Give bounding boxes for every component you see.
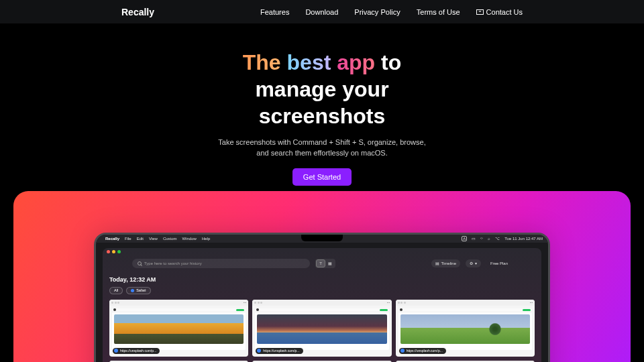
window-titlebar — [103, 248, 541, 256]
section-title: Today, 12:32 AM — [109, 276, 535, 283]
menubar-file: File — [125, 237, 131, 241]
search-input[interactable]: Type here to search your history — [132, 259, 310, 268]
control-center-icon: ⌥ — [495, 236, 500, 241]
battery-icon: ▭ — [472, 236, 476, 241]
wifi-icon: ⌔ — [480, 237, 483, 241]
nav-contact[interactable]: Contact Us — [476, 8, 523, 16]
traffic-close-icon — [107, 250, 110, 253]
safari-icon — [131, 289, 134, 292]
recally-app-window: Type here to search your history T ▦ ▤ T… — [103, 248, 541, 362]
nav-terms[interactable]: Terms of Use — [417, 8, 460, 16]
hero-device-stage: Recally File Edit View Custom Window Hel… — [13, 191, 631, 362]
gear-icon: ⚙ — [470, 261, 473, 265]
top-nav: Features Download Privacy Policy Terms o… — [260, 8, 523, 16]
url-badge: https://unsplash.com/p... — [113, 348, 160, 354]
menubar-window: Window — [182, 237, 197, 241]
safari-icon — [257, 349, 261, 353]
screenshot-thumbnail — [400, 314, 530, 344]
screenshot-thumbnail — [257, 314, 386, 344]
nav-features[interactable]: Features — [260, 8, 289, 16]
menubar-custom: Custom — [163, 237, 177, 241]
filter-safari[interactable]: Safari — [126, 287, 150, 294]
screenshot-card[interactable]: ⋯ https://unsplash.com/p... — [396, 300, 535, 357]
calendar-icon: ▤ — [435, 261, 439, 265]
settings-button[interactable]: ⚙ ▾ — [466, 259, 481, 267]
search-icon — [138, 261, 142, 265]
hero-headline: The best app to manage your screenshots — [0, 49, 644, 129]
screenshot-card[interactable]: ⋯ https://unsplash.com/p... — [109, 300, 248, 357]
search-icon: ⌕ — [488, 237, 490, 241]
menubar-app-name: Recally — [105, 237, 119, 241]
nav-privacy[interactable]: Privacy Policy — [354, 8, 400, 16]
plan-label[interactable]: Free Plan — [486, 259, 512, 267]
macbook-frame: Recally File Edit View Custom Window Hel… — [94, 233, 550, 362]
envelope-icon — [476, 9, 484, 15]
screenshot-thumbnail — [114, 314, 244, 344]
safari-icon — [400, 349, 405, 353]
menubar-clock: Tue 11 Jun 12:47 AM — [504, 237, 543, 241]
seg-text-mode[interactable]: T — [316, 259, 325, 267]
screenshot-card[interactable]: ⋯ https://unsplash.com/p... — [252, 300, 391, 357]
url-badge: https://unsplash.com/p... — [399, 348, 446, 354]
filter-all[interactable]: All — [109, 287, 123, 294]
chevron-down-icon: ▾ — [475, 261, 477, 265]
seg-grid-mode[interactable]: ▦ — [325, 259, 335, 267]
traffic-minimize-icon — [112, 250, 115, 253]
nav-download[interactable]: Download — [305, 8, 338, 16]
get-started-button[interactable]: Get Started — [292, 168, 352, 186]
brand-logo[interactable]: Recally — [121, 7, 154, 17]
view-mode-segment: T ▦ — [315, 259, 335, 268]
url-badge: https://unsplash.com/p... — [256, 348, 303, 354]
hero-subtitle: Take screenshots with Command + Shift + … — [215, 137, 429, 159]
safari-icon — [114, 349, 118, 353]
menubar-view: View — [149, 237, 158, 241]
timeline-button[interactable]: ▤ Timeline — [431, 259, 460, 267]
menubar-edit: Edit — [137, 237, 144, 241]
notch — [301, 235, 343, 241]
menubar-help: Help — [202, 237, 210, 241]
traffic-zoom-icon — [117, 250, 121, 253]
input-source-icon: A — [462, 236, 467, 241]
